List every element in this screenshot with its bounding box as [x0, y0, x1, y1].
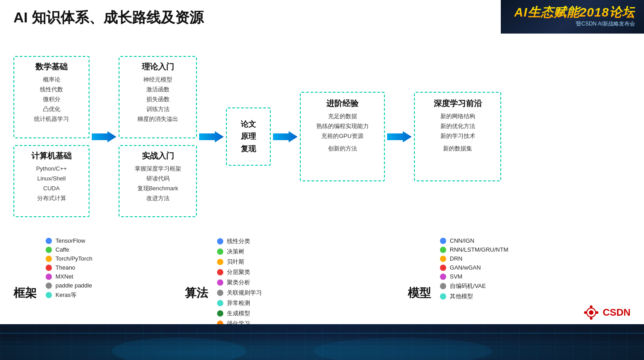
theory-item-1: 神经元模型 [125, 75, 191, 85]
theory-item-2: 激活函数 [125, 85, 191, 94]
model-item-cnn: CNN/IGN [440, 237, 508, 244]
dot-other-model [440, 293, 446, 300]
framework-item-caffe: Caffe [46, 246, 92, 253]
practice-item-4: 改进方法 [125, 193, 191, 203]
bottom-background [0, 324, 644, 360]
sub-box-theory: 理论入门 神经元模型 激活函数 损失函数 训练方法 梯度的消失溢出 [119, 56, 197, 138]
csdn-text-label: CSDN [603, 307, 631, 318]
dot-gan [440, 265, 446, 271]
dot-caffe [46, 247, 52, 253]
dot-paddle [46, 283, 52, 289]
label-paddle: paddle paddle [55, 282, 92, 289]
frontier-item-1: 新的网络结构 [422, 111, 494, 121]
dot-linear [217, 238, 223, 244]
computer-item-4: 分布式计算 [20, 193, 83, 203]
frontier-item-3: 新的学习技术 [422, 131, 494, 141]
dot-drn [440, 256, 446, 262]
dot-cluster [217, 279, 223, 286]
label-keras: Keras等 [55, 291, 77, 299]
svg-marker-3 [387, 131, 412, 142]
dot-rnn [440, 247, 446, 253]
algo-item-hierarchical: 分层聚类 [217, 268, 262, 276]
box5-frontier: 深度学习前沿 新的网络结构 新的优化方法 新的学习技术 新的数据集 [414, 92, 501, 181]
label-tree: 决策树 [227, 248, 244, 256]
dot-torch [46, 256, 52, 262]
framework-item-theano: Theano [46, 264, 92, 271]
algo-item-assoc: 关联规则学习 [217, 289, 262, 297]
framework-item-paddle: paddle paddle [46, 282, 92, 289]
sub-box-practice: 实战入门 掌握深度学习框架 研读代码 复现Benchmark 改进方法 [119, 145, 197, 217]
dot-bayes [217, 259, 223, 265]
label-cnn: CNN/IGN [450, 237, 474, 244]
svg-point-8 [313, 338, 492, 360]
advanced-item-2: 熟练的编程实现能力 [307, 121, 377, 131]
label-rnn: RNN/LSTM/GRU/NTM [450, 246, 508, 253]
model-item-autoenc: 自编码机/VAE [440, 282, 508, 290]
dot-tree [217, 249, 223, 255]
math-item-2: 线性代数 [20, 85, 83, 94]
algorithm-label: 算法 [185, 285, 208, 301]
svg-marker-0 [92, 131, 116, 142]
frontier-item-5: 新的数据集 [422, 144, 494, 154]
banner-title: AI生态赋能2018论坛 [514, 6, 635, 20]
label-tensorflow: TensorFlow [55, 237, 85, 244]
dot-svm [440, 274, 446, 280]
svg-point-13 [584, 311, 587, 314]
algo-item-linear: 线性分类 [217, 237, 262, 245]
svg-point-14 [596, 311, 598, 314]
algo-item-bayes: 贝叶斯 [217, 258, 262, 266]
label-theano: Theano [55, 264, 75, 271]
label-other-model: 其他模型 [450, 292, 473, 300]
algo-item-cluster: 聚类分析 [217, 279, 262, 287]
model-item-drn: DRN [440, 255, 508, 262]
advanced-item-5: 创新的方法 [307, 144, 377, 154]
label-gen: 生成模型 [227, 309, 250, 317]
label-svm: SVM [450, 273, 462, 280]
label-linear: 线性分类 [227, 237, 250, 245]
label-autoenc: 自编码机/VAE [450, 282, 486, 290]
math-item-1: 概率论 [20, 75, 83, 85]
label-drn: DRN [450, 255, 462, 262]
dot-hierarchical [217, 269, 223, 275]
framework-item-tensorflow: TensorFlow [46, 237, 92, 244]
model-item-gan: GAN/wGAN [440, 264, 508, 271]
algo-item-gen: 生成模型 [217, 309, 262, 317]
arrow-3 [273, 129, 298, 145]
framework-item-torch: Torch/PyTorch [46, 255, 92, 262]
model-legend-items: CNN/IGN RNN/LSTM/GRU/NTM DRN GAN/wGAN SV… [440, 237, 508, 300]
csdn-logo-area: CSDN [583, 304, 631, 321]
practice-item-1: 掌握深度学习框架 [125, 164, 191, 174]
framework-legend-items: TensorFlow Caffe Torch/PyTorch Theano MX… [46, 237, 92, 299]
frontier-title: 深度学习前沿 [422, 98, 494, 109]
theory-item-3: 损失函数 [125, 94, 191, 104]
box1-math-computer: 数学基础 概率论 线性代数 微积分 凸优化 统计机器学习 计算机基础 Pytho… [13, 56, 90, 217]
label-assoc: 关联规则学习 [227, 289, 262, 297]
svg-point-11 [590, 305, 593, 308]
dot-cnn [440, 238, 446, 244]
theory-item-4: 训练方法 [125, 104, 191, 114]
frontier-item-2: 新的优化方法 [422, 121, 494, 131]
paper-title: 论文原理复现 [241, 118, 256, 155]
label-cluster: 聚类分析 [227, 279, 250, 287]
model-label: 模型 [408, 285, 431, 301]
advanced-item-1: 充足的数据 [307, 111, 377, 121]
svg-point-10 [589, 310, 593, 315]
label-caffe: Caffe [55, 246, 69, 253]
label-torch: Torch/PyTorch [55, 255, 92, 262]
model-item-other: 其他模型 [440, 292, 508, 300]
dot-anomaly [217, 300, 223, 306]
banner-subtitle: 暨CSDN AI新战略发布会 [576, 20, 635, 28]
dot-assoc [217, 290, 223, 296]
computer-item-3: CUDA [20, 184, 83, 193]
computer-item-1: Python/C++ [20, 164, 83, 174]
sub-box-computer: 计算机基础 Python/C++ Linux/Shell CUDA 分布式计算 [13, 145, 90, 217]
computer-title: 计算机基础 [20, 150, 83, 161]
arrow-2 [199, 129, 224, 145]
svg-point-7 [112, 338, 246, 360]
glow-lines [0, 324, 644, 360]
model-item-rnn: RNN/LSTM/GRU/NTM [440, 246, 508, 253]
theory-item-5: 梯度的消失溢出 [125, 114, 191, 124]
svg-marker-1 [199, 131, 224, 142]
label-anomaly: 异常检测 [227, 299, 250, 307]
practice-item-2: 研读代码 [125, 174, 191, 184]
